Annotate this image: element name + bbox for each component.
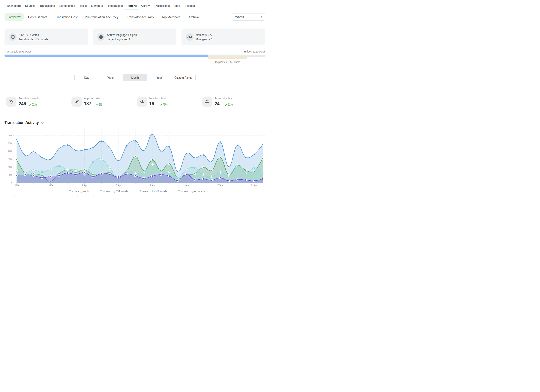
svg-text:2500: 2500 xyxy=(8,142,12,144)
svg-text:24 Mar: 24 Mar xyxy=(14,184,20,187)
svg-text:3000: 3000 xyxy=(8,134,12,136)
svg-text:9 Apr: 9 Apr xyxy=(150,184,155,187)
svg-text:1500: 1500 xyxy=(8,158,12,160)
svg-text:17 Apr: 17 Apr xyxy=(217,184,223,187)
svg-text:2000: 2000 xyxy=(8,150,12,152)
svg-text:5 Apr: 5 Apr xyxy=(116,184,121,187)
svg-text:1 Apr: 1 Apr xyxy=(82,184,87,187)
svg-text:21 Apr: 21 Apr xyxy=(251,184,257,187)
svg-text:0: 0 xyxy=(11,182,13,184)
svg-text:28 Mar: 28 Mar xyxy=(47,184,54,187)
svg-text:500: 500 xyxy=(9,174,13,176)
svg-text:1000: 1000 xyxy=(8,166,12,168)
svg-text:13 Apr: 13 Apr xyxy=(183,184,189,187)
